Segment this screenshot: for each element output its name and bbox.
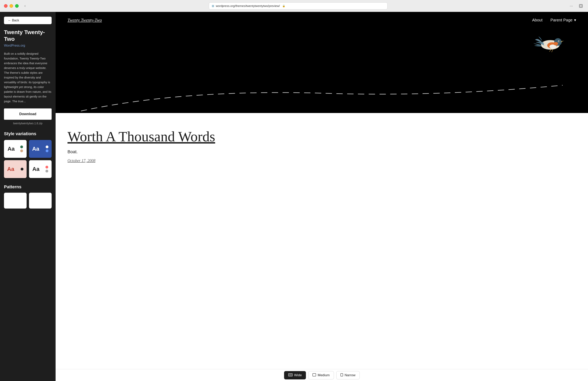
narrow-view-icon bbox=[340, 373, 343, 377]
post-date: October 17, 2008 bbox=[67, 158, 576, 163]
post-title: Worth A Thousand Words bbox=[67, 129, 576, 145]
style-card-2-dot2 bbox=[46, 150, 48, 152]
bird-illustration bbox=[532, 32, 568, 56]
more-options-button[interactable]: ··· bbox=[568, 3, 574, 9]
style-card-1-text: Aa bbox=[8, 146, 15, 152]
style-card-2-text: Aa bbox=[32, 146, 39, 152]
theme-title: Twenty Twenty-Two bbox=[4, 29, 52, 42]
url-text: wordpress.org/themes/twentytwentytwo/pre… bbox=[216, 4, 280, 8]
patterns-grid bbox=[4, 193, 52, 209]
preview-area: Twenty Twenty-Two About Parent Page ▾ bbox=[56, 12, 588, 381]
minimize-button[interactable] bbox=[10, 4, 13, 8]
arc-decoration bbox=[56, 73, 588, 113]
file-name: twentytwentytwo.1.8.zip bbox=[4, 122, 52, 125]
medium-view-button[interactable]: Medium bbox=[308, 371, 334, 380]
style-card-4[interactable]: Aa bbox=[29, 160, 52, 178]
svg-rect-13 bbox=[313, 373, 316, 376]
close-button[interactable] bbox=[4, 4, 8, 8]
content-section: Worth A Thousand Words Boat. October 17,… bbox=[56, 113, 588, 369]
style-variations-title: Style variations bbox=[4, 131, 52, 136]
address-bar[interactable]: ⊞ wordpress.org/themes/twentytwentytwo/p… bbox=[209, 2, 387, 10]
sidebar: ← Back Twenty Twenty-Two WordPress.org B… bbox=[0, 12, 56, 381]
style-card-2-dots bbox=[46, 146, 48, 152]
svg-point-6 bbox=[553, 42, 558, 45]
style-card-2-dot1 bbox=[46, 146, 48, 148]
lock-icon: 🔒 bbox=[282, 4, 285, 7]
site-title-link[interactable]: Twenty Twenty-Two bbox=[67, 18, 102, 23]
style-card-4-dot1 bbox=[45, 166, 48, 169]
browser-chrome: ‹ ⊞ wordpress.org/themes/twentytwentytwo… bbox=[0, 0, 588, 12]
nav-parent-page-label: Parent Page bbox=[550, 18, 572, 22]
bird-container bbox=[532, 32, 568, 57]
back-button[interactable]: ← Back bbox=[4, 17, 52, 24]
style-card-1[interactable]: Aa bbox=[4, 140, 27, 158]
patterns-title: Patterns bbox=[4, 184, 52, 190]
wordpress-icon: ⊞ bbox=[212, 4, 214, 8]
narrow-view-label: Narrow bbox=[345, 373, 356, 377]
nav-about-link[interactable]: About bbox=[532, 18, 543, 22]
tabs-button[interactable] bbox=[578, 3, 584, 9]
style-grid: Aa Aa Aa bbox=[4, 140, 52, 178]
style-card-4-dot2 bbox=[45, 170, 48, 172]
style-card-4-text: Aa bbox=[32, 166, 40, 172]
nav-parent-page-dropdown[interactable]: Parent Page ▾ bbox=[550, 18, 576, 22]
style-card-3-dot1 bbox=[21, 168, 23, 171]
post-subtitle: Boat. bbox=[67, 149, 576, 154]
style-card-1-dot2 bbox=[20, 150, 23, 152]
style-card-4-dots bbox=[45, 166, 48, 172]
svg-rect-14 bbox=[341, 373, 343, 376]
main-area: ← Back Twenty Twenty-Two WordPress.org B… bbox=[0, 12, 588, 381]
chevron-down-icon: ▾ bbox=[574, 18, 576, 22]
narrow-view-button[interactable]: Narrow bbox=[336, 371, 360, 380]
pattern-card-2[interactable] bbox=[29, 193, 52, 209]
style-card-2[interactable]: Aa bbox=[29, 140, 52, 158]
wide-view-button[interactable]: Wide bbox=[284, 371, 306, 380]
maximize-button[interactable] bbox=[15, 4, 19, 8]
style-card-3-dots bbox=[21, 168, 23, 171]
hero-section: Twenty Twenty-Two About Parent Page ▾ bbox=[56, 12, 588, 113]
svg-rect-1 bbox=[580, 5, 582, 7]
browser-back-button[interactable]: ‹ bbox=[22, 3, 28, 9]
style-card-1-dot1 bbox=[20, 146, 23, 148]
medium-view-icon bbox=[313, 373, 316, 377]
hero-content bbox=[56, 28, 588, 113]
theme-link[interactable]: WordPress.org bbox=[4, 44, 52, 47]
download-button[interactable]: Download bbox=[4, 108, 52, 120]
traffic-lights bbox=[4, 4, 19, 8]
medium-view-label: Medium bbox=[318, 373, 330, 377]
svg-line-10 bbox=[552, 49, 553, 52]
pattern-card-1[interactable] bbox=[4, 193, 27, 209]
site-header: Twenty Twenty-Two About Parent Page ▾ bbox=[56, 12, 588, 28]
bottom-toolbar: Wide Medium Narrow bbox=[56, 369, 588, 381]
theme-description: Built on a solidly designed foundation, … bbox=[4, 51, 52, 104]
site-nav: About Parent Page ▾ bbox=[532, 18, 576, 22]
wide-view-icon bbox=[288, 373, 293, 377]
svg-point-8 bbox=[558, 41, 559, 42]
style-card-1-dots bbox=[20, 146, 23, 152]
style-card-3[interactable]: Aa bbox=[4, 160, 27, 178]
patterns-section: Patterns bbox=[4, 184, 52, 209]
wide-view-label: Wide bbox=[294, 373, 302, 377]
style-card-3-text: Aa bbox=[7, 166, 14, 172]
svg-rect-12 bbox=[289, 374, 292, 376]
